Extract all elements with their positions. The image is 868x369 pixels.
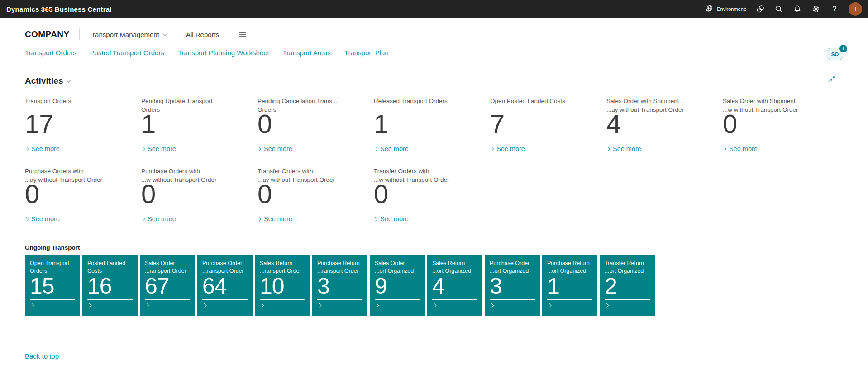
collapse-icon[interactable] — [828, 74, 836, 82]
nav-posted-transport-orders[interactable]: Posted Transport Orders — [90, 49, 164, 57]
cue-value: 0 — [258, 182, 363, 206]
divider — [87, 299, 133, 300]
cue-value: 0 — [141, 182, 247, 206]
chevron-right-icon — [373, 147, 378, 151]
tile-purchase-order-transport-order[interactable]: Purchase Order...ransport Order 64 — [197, 255, 253, 316]
cue-value: 0 — [723, 112, 828, 136]
tile-posted-landed-costs[interactable]: Posted LandedCosts 16 — [82, 255, 138, 316]
chevron-right-icon — [141, 217, 145, 221]
tile-value: 2 — [605, 275, 650, 298]
help-icon[interactable]: ? — [830, 5, 839, 14]
tile-purchase-return-transport-order[interactable]: Purchase Return...ransport Order 3 — [312, 255, 367, 316]
divider — [260, 299, 305, 300]
cue-value: 0 — [258, 112, 363, 136]
tile-value: 67 — [145, 275, 190, 298]
see-more-link[interactable]: See more — [606, 145, 712, 152]
see-more-link[interactable]: See more — [141, 215, 247, 222]
chevron-right-icon — [432, 303, 437, 308]
see-more-link[interactable]: See more — [490, 145, 596, 152]
cue-pending-cancellation-transport-orders[interactable]: Pending Cancellation Trans...Orders 0 Se… — [258, 97, 374, 152]
cue-sales-order-shipment-today[interactable]: Sales Order with Shipment......ay withou… — [606, 97, 723, 152]
divider — [25, 140, 68, 140]
cue-purchase-orders-tomorrow[interactable]: Purchase Orders with...w without Transpo… — [141, 167, 258, 222]
footer-divider — [25, 340, 844, 340]
cue-transport-orders[interactable]: Transport Orders 17 See more — [25, 97, 141, 152]
all-reports-link[interactable]: All Reports — [186, 31, 219, 38]
nav-transport-areas[interactable]: Transport Areas — [283, 49, 331, 57]
tile-sales-return-transport-order[interactable]: Sales Return...ransport Order 10 — [255, 255, 310, 316]
cue-transfer-orders-tomorrow[interactable]: Transfer Orders with...w without Transpo… — [374, 167, 490, 222]
tile-value: 9 — [375, 275, 420, 298]
apps-icon[interactable] — [756, 5, 765, 14]
activities-section-header[interactable]: Activities — [25, 75, 844, 87]
cue-open-posted-landed-costs[interactable]: Open Posted Landed Costs 7 See more — [490, 97, 606, 152]
menu-icon[interactable] — [238, 31, 247, 38]
divider — [374, 140, 417, 140]
environment-indicator: Environment: — [705, 5, 746, 14]
chevron-down-icon — [162, 31, 167, 36]
cue-transfer-orders-today[interactable]: Transfer Orders with...ay without Transp… — [258, 167, 374, 222]
tile-value: 15 — [30, 275, 75, 298]
top-bar: Dynamics 365 Business Central Environmen… — [0, 0, 868, 18]
see-more-link[interactable]: See more — [374, 215, 479, 222]
chevron-right-icon — [373, 217, 378, 221]
divider — [141, 140, 184, 140]
divider — [176, 28, 176, 40]
chevron-right-icon — [24, 217, 29, 221]
divider — [145, 299, 190, 300]
nav-transport-plan[interactable]: Transport Plan — [344, 49, 389, 57]
back-to-top-link[interactable]: Back to top — [25, 352, 59, 360]
user-avatar[interactable]: I — [849, 2, 862, 16]
chevron-right-icon — [260, 303, 264, 308]
tile-purchase-return-organized[interactable]: Purchase Return...ort Organized 1 — [542, 255, 597, 316]
cue-pending-update-transport-orders[interactable]: Pending Update TransportOrders 1 See mor… — [141, 97, 258, 152]
divider — [25, 210, 68, 210]
cue-value: 4 — [606, 112, 712, 136]
page-header: COMPANY Transport Management All Reports — [25, 25, 844, 43]
chevron-right-icon — [87, 303, 92, 308]
chevron-right-icon — [375, 303, 379, 308]
divider — [606, 140, 649, 140]
role-switcher[interactable]: Transport Management — [89, 31, 167, 38]
tile-value: 16 — [87, 275, 133, 298]
see-more-link[interactable]: See more — [25, 215, 130, 222]
app-title[interactable]: Dynamics 365 Business Central — [6, 5, 112, 13]
search-icon[interactable] — [774, 5, 783, 14]
divider — [30, 299, 75, 300]
tile-sales-order-transport-order[interactable]: Sales Order...ransport Order 67 — [140, 255, 195, 316]
tile-sales-return-organized[interactable]: Sales Return...ort Organized 4 — [427, 255, 482, 316]
divider — [258, 210, 300, 210]
cue-sales-order-shipment-tomorrow[interactable]: Sales Order with Shipment...w without Tr… — [723, 97, 839, 152]
see-more-link[interactable]: See more — [258, 145, 363, 152]
notifications-icon[interactable] — [793, 5, 802, 14]
cue-value: 0 — [25, 182, 130, 206]
ongoing-transport-tiles: Open TransportOrders 15 Posted LandedCos… — [25, 255, 844, 316]
see-more-link[interactable]: See more — [25, 145, 130, 152]
cue-purchase-orders-today[interactable]: Purchase Orders with...ay without Transp… — [25, 167, 141, 222]
see-more-link[interactable]: See more — [141, 145, 247, 152]
chevron-right-icon — [141, 147, 145, 151]
see-more-link[interactable]: See more — [374, 145, 479, 152]
see-more-link[interactable]: See more — [258, 215, 363, 222]
nav-transport-orders[interactable]: Transport Orders — [25, 49, 76, 57]
see-more-link[interactable]: See more — [723, 145, 828, 152]
tile-transfer-return-organized[interactable]: Transfer Return...ort Organized 2 — [600, 255, 655, 316]
plus-icon: + — [839, 45, 847, 52]
status-badge[interactable]: SO + — [827, 48, 843, 60]
section-divider — [25, 90, 844, 90]
tile-purchase-order-organized[interactable]: Purchase Order...ort Organized 3 — [485, 255, 540, 316]
cue-released-transport-orders[interactable]: Released Transport Orders 1 See more — [374, 97, 490, 152]
topbar-actions: Environment: ? — [705, 2, 862, 16]
chevron-right-icon — [490, 303, 494, 308]
tile-sales-order-organized[interactable]: Sales Order...ort Organized 9 — [370, 255, 425, 316]
tile-open-transport-orders[interactable]: Open TransportOrders 15 — [25, 255, 80, 316]
chevron-right-icon — [145, 303, 149, 308]
settings-icon[interactable] — [811, 5, 820, 14]
chevron-right-icon — [30, 303, 34, 308]
cue-value: 1 — [374, 112, 479, 136]
chevron-right-icon — [722, 147, 727, 151]
nav-transport-planning-worksheet[interactable]: Transport Planning Worksheet — [178, 49, 269, 57]
divider — [374, 210, 417, 210]
cue-value: 0 — [374, 182, 479, 206]
tile-value: 64 — [202, 275, 248, 298]
